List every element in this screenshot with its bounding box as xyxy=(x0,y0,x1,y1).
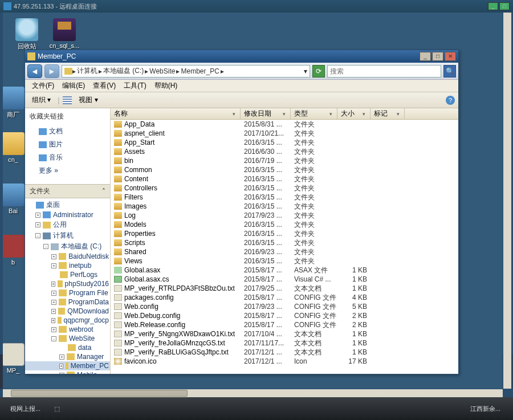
tree-expander[interactable]: + xyxy=(51,318,55,323)
close-button[interactable]: ✕ xyxy=(445,52,456,61)
file-row[interactable]: Content2016/3/15 ...文件夹 xyxy=(111,174,458,184)
tree-node[interactable]: PerfLogs xyxy=(25,270,110,279)
file-row[interactable]: aspnet_client2017/10/21...文件夹 xyxy=(111,129,458,138)
file-row[interactable]: Models2016/3/15 ...文件夹 xyxy=(111,220,458,229)
tree-node[interactable]: +Administrator xyxy=(25,210,110,219)
file-row[interactable]: MP_verify_RTRLPDA3FtSBbzOu.txt2017/9/25 … xyxy=(111,284,458,293)
tree-expander[interactable]: + xyxy=(51,254,56,259)
file-row[interactable]: Scripts2016/3/15 ...文件夹 xyxy=(111,238,458,247)
favorite-link[interactable]: 图片 xyxy=(25,138,110,151)
breadcrumb-segment[interactable]: Member_PC xyxy=(180,67,220,75)
tree-expander[interactable]: + xyxy=(59,364,63,369)
favorite-link[interactable]: 音乐 xyxy=(25,151,110,164)
tree-expander[interactable]: + xyxy=(51,300,56,305)
menu-item[interactable]: 文件(F) xyxy=(28,80,58,92)
tree-node[interactable]: +qqpcmgr_docp xyxy=(25,316,110,325)
views-button[interactable]: 视图 ▾ xyxy=(75,94,101,106)
tree-node[interactable]: -计算机 xyxy=(25,230,110,241)
recycle-bin-icon[interactable]: 回收站 xyxy=(9,18,45,51)
file-row[interactable]: App_Data2015/8/31 ...文件夹 xyxy=(111,120,458,129)
rar-file-icon[interactable]: cn_sql_s... xyxy=(46,18,83,49)
file-row[interactable]: packages.config2015/8/17 ...CONFIG 文件4 K… xyxy=(111,293,458,302)
tree-node[interactable]: +公用 xyxy=(25,219,110,230)
scrollbar-thumb[interactable] xyxy=(11,390,188,397)
file-row[interactable]: MP_verify_freJollaGMnzqcGS.txt2017/11/17… xyxy=(111,339,458,348)
tree-expander[interactable]: + xyxy=(51,327,56,332)
file-row[interactable]: bin2016/7/19 ...文件夹 xyxy=(111,156,458,165)
file-row[interactable]: Filters2016/3/15 ...文件夹 xyxy=(111,193,458,202)
breadcrumb-segment[interactable]: 本地磁盘 (C:) xyxy=(102,66,145,76)
tree-expander[interactable]: + xyxy=(59,354,64,360)
tree-node[interactable]: +Mobile xyxy=(25,370,110,374)
tree-node[interactable]: +Manager xyxy=(25,352,110,361)
refresh-button[interactable]: ⟳ xyxy=(312,65,325,78)
tree-expander[interactable]: - xyxy=(43,244,48,249)
file-row[interactable]: MP_verify_5NgngXW8DxawO1Ki.txt2017/10/4 … xyxy=(111,329,458,339)
file-row[interactable]: Global.asax.cs2015/8/17 ...Visual C# ...… xyxy=(111,275,458,284)
tree-expander[interactable]: + xyxy=(51,263,56,268)
tree-node[interactable]: +phpStudy2016 xyxy=(25,279,110,288)
folders-header[interactable]: 文件夹 ˄ xyxy=(25,184,110,198)
file-row[interactable]: Properties2016/3/15 ...文件夹 xyxy=(111,229,458,238)
tree-node[interactable]: +Program File xyxy=(25,288,110,297)
column-name[interactable]: 名称▾ xyxy=(111,108,241,119)
tree-node[interactable]: +ProgramData xyxy=(25,297,110,307)
breadcrumb-segment[interactable]: WebSite xyxy=(148,67,176,75)
tree-node[interactable]: data xyxy=(25,343,110,352)
tree-expander[interactable]: + xyxy=(35,222,40,227)
file-row[interactable]: Web.Debug.config2015/8/17 ...CONFIG 文件2 … xyxy=(111,311,458,320)
tree-node[interactable]: -WebSite xyxy=(25,334,110,343)
file-row[interactable]: App_Start2016/3/15 ...文件夹 xyxy=(111,138,458,147)
column-type[interactable]: 类型▾ xyxy=(291,108,337,119)
file-row[interactable]: Views2016/3/15 ...文件夹 xyxy=(111,256,458,266)
taskbar-item[interactable]: ⬚ xyxy=(48,403,66,415)
file-row[interactable]: favicon.ico2017/12/1 ...Icon17 KB xyxy=(111,357,458,366)
tree-node[interactable]: +Member_PC xyxy=(25,361,110,370)
rdp-max-button[interactable]: □ xyxy=(499,2,510,10)
taskbar-item-right[interactable]: 江西新余... xyxy=(465,402,506,415)
file-row[interactable]: Shared2016/9/23 ...文件夹 xyxy=(111,247,458,256)
taskbar-item[interactable]: 税网上报... xyxy=(5,402,46,415)
file-row[interactable]: MP_verify_RaBLUiGaGSqJftpc.txt2017/12/1 … xyxy=(111,348,458,357)
explorer-titlebar[interactable]: Member_PC _ □ ✕ xyxy=(25,50,458,63)
favorites-more[interactable]: 更多 » xyxy=(25,164,110,177)
minimize-button[interactable]: _ xyxy=(420,52,431,61)
search-button[interactable]: 🔍 xyxy=(443,65,456,78)
menu-item[interactable]: 查看(V) xyxy=(89,80,119,92)
tree-expander[interactable]: + xyxy=(59,373,64,374)
tree-expander[interactable]: + xyxy=(35,213,40,218)
menu-item[interactable]: 工具(T) xyxy=(120,80,149,92)
favorite-link[interactable]: 文档 xyxy=(25,125,110,138)
file-row[interactable]: Web.config2017/9/23 ...CONFIG 文件5 KB xyxy=(111,302,458,311)
tree-expander[interactable]: - xyxy=(35,233,40,238)
maximize-button[interactable]: □ xyxy=(432,52,443,61)
column-date[interactable]: 修改日期▾ xyxy=(241,108,291,119)
tree-expander[interactable]: + xyxy=(51,309,56,314)
tree-expander[interactable]: + xyxy=(51,282,55,287)
sort-icon[interactable]: ▾ xyxy=(231,111,237,117)
tree-node[interactable]: +QMDownload xyxy=(25,307,110,316)
tree-expander[interactable]: + xyxy=(51,291,56,296)
rdp-min-button[interactable]: _ xyxy=(488,2,498,10)
breadcrumb-segment[interactable]: 计算机 xyxy=(76,66,99,76)
menu-item[interactable]: 帮助(H) xyxy=(151,80,181,92)
tree-expander[interactable]: - xyxy=(51,336,56,341)
search-input[interactable] xyxy=(327,65,441,78)
column-tag[interactable]: 标记▾ xyxy=(370,108,405,119)
file-row[interactable]: Global.asax2015/8/17 ...ASAX 文件1 KB xyxy=(111,266,458,275)
address-field[interactable]: ▸ 计算机 ▸ 本地磁盘 (C:) ▸ WebSite ▸ Member_PC … xyxy=(62,65,310,78)
file-row[interactable]: Assets2016/6/30 ...文件夹 xyxy=(111,147,458,156)
tree-node[interactable]: 桌面 xyxy=(25,199,110,210)
organize-button[interactable]: 组织 ▾ xyxy=(28,94,54,106)
tree-node[interactable]: -本地磁盘 (C:) xyxy=(25,241,110,252)
help-button[interactable]: ? xyxy=(446,96,455,105)
back-button[interactable]: ◄ xyxy=(27,64,42,78)
forward-button[interactable]: ► xyxy=(44,64,59,78)
tree-node[interactable]: +webroot xyxy=(25,325,110,334)
file-row[interactable]: Log2017/9/23 ...文件夹 xyxy=(111,211,458,220)
file-row[interactable]: Controllers2016/3/15 ...文件夹 xyxy=(111,184,458,193)
tree-node[interactable]: +inetpub xyxy=(25,261,110,270)
file-row[interactable]: Common2016/3/15 ...文件夹 xyxy=(111,165,458,174)
rdp-vertical-scrollbar[interactable] xyxy=(503,13,511,389)
rdp-horizontal-scrollbar[interactable] xyxy=(3,389,503,397)
